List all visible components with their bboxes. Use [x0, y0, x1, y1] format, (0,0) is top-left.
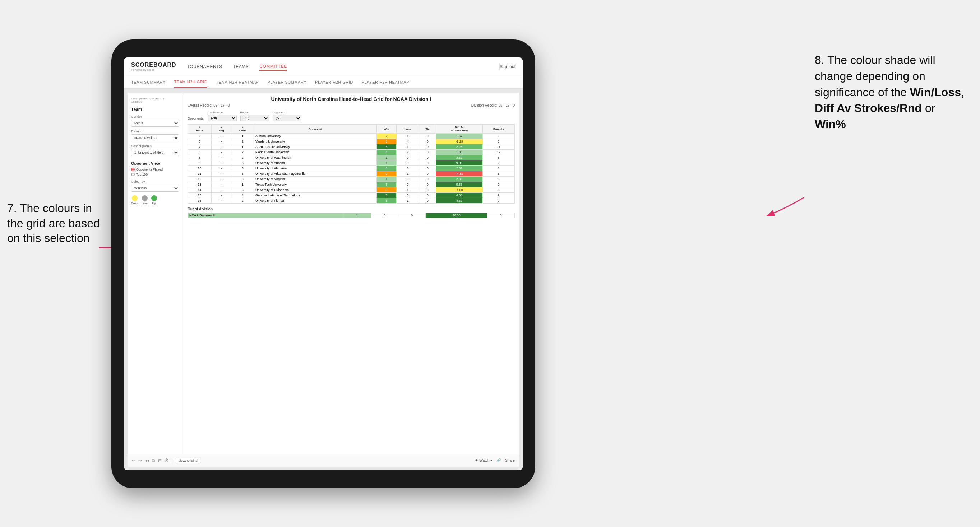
cell-rounds: 12	[482, 150, 514, 155]
cell-conf: 1	[231, 133, 254, 139]
cell-rounds: 9	[482, 182, 514, 187]
division-select[interactable]: NCAA Division I	[131, 134, 179, 141]
content-card: Last Updated: 27/03/2024 16:55:38 Team G…	[127, 93, 519, 467]
subnav-team-summary[interactable]: TEAM SUMMARY	[131, 77, 165, 87]
grid-area: University of North Carolina Head-to-Hea…	[183, 93, 519, 454]
cell-rank: 4	[188, 144, 212, 150]
opponent-filter-select[interactable]: (All)	[273, 115, 301, 121]
clock-icon[interactable]: ⏱	[164, 458, 169, 463]
cell-tie: 0	[419, 171, 436, 177]
view-original-button[interactable]: View: Original	[175, 458, 201, 464]
subnav-player-h2h-heatmap[interactable]: PLAYER H2H HEATMAP	[362, 77, 409, 87]
cell-reg: -	[211, 187, 231, 193]
sub-nav: TEAM SUMMARY TEAM H2H GRID TEAM H2H HEAT…	[124, 76, 523, 89]
cell-loss: 1	[396, 187, 419, 193]
table-row: 15 - 4 Georgia Institute of Technology 5…	[188, 193, 515, 198]
col-rounds: Rounds	[482, 125, 514, 133]
cell-conf: 1	[231, 182, 254, 187]
subnav-player-h2h-grid[interactable]: PLAYER H2H GRID	[315, 77, 353, 87]
division-record: Division Record: 88 - 17 - 0	[471, 103, 515, 107]
cell-conf: 2	[231, 150, 254, 155]
cell-loss: 1	[396, 133, 419, 139]
cell-win: 4	[377, 150, 396, 155]
cell-rank: 12	[188, 177, 212, 182]
cell-win: 5	[377, 144, 396, 150]
cell-rank: 2	[188, 133, 212, 139]
cell-rank: 16	[188, 198, 212, 203]
nav-committee[interactable]: COMMITTEE	[259, 62, 287, 71]
col-loss: Loss	[396, 125, 419, 133]
out-of-division-section: Out of division NCAA Division II 1 0 0 2…	[188, 207, 515, 218]
cell-loss: 1	[396, 171, 419, 177]
cell-rank: 10	[188, 166, 212, 171]
cell-opponent: University of Arizona	[254, 160, 377, 166]
ood-rounds: 3	[487, 213, 514, 218]
nav-teams[interactable]: TEAMS	[233, 63, 249, 71]
logo-text: SCOREBOARD	[131, 62, 177, 68]
cell-reg: -	[211, 139, 231, 144]
radio-opponents-played[interactable]: Opponents Played	[131, 168, 179, 171]
ood-tie: 0	[398, 213, 425, 218]
legend-up: Up	[151, 195, 157, 205]
more-icon[interactable]: ⊞	[158, 458, 162, 463]
cell-win: 3	[377, 182, 396, 187]
table-row: 16 - 2 University of Florida 3 1 0 4.67 …	[188, 198, 515, 203]
left-panel: Last Updated: 27/03/2024 16:55:38 Team G…	[127, 93, 183, 454]
cell-tie: 0	[419, 155, 436, 160]
school-select[interactable]: 1. University of Nort...	[131, 149, 179, 156]
cell-loss: 0	[396, 155, 419, 160]
division-label: Division	[131, 130, 179, 133]
cell-tie: 0	[419, 133, 436, 139]
colour-by-select[interactable]: Win/loss	[131, 184, 179, 192]
table-row: 2 - 1 Auburn University 2 1 0 1.67 9	[188, 133, 515, 139]
cell-tie: 0	[419, 160, 436, 166]
conference-filter-select[interactable]: (All)	[208, 115, 237, 121]
annotation-right: 8. The colour shade will change dependin…	[815, 52, 966, 132]
gender-select[interactable]: Men's	[131, 119, 179, 127]
cell-diff: 9.00	[436, 160, 482, 166]
cell-win: 1	[377, 160, 396, 166]
grid-records: Overall Record: 89 - 17 - 0 Division Rec…	[188, 103, 515, 107]
ood-label: Out of division	[188, 207, 515, 211]
subnav-team-h2h-grid[interactable]: TEAM H2H GRID	[174, 77, 208, 87]
watch-button[interactable]: 👁 Watch ▾	[475, 459, 493, 462]
share-icon[interactable]: 🔗	[496, 459, 501, 462]
cell-loss: 2	[396, 150, 419, 155]
cell-conf: 3	[231, 177, 254, 182]
cell-opponent: Auburn University	[254, 133, 377, 139]
cell-reg: -	[211, 133, 231, 139]
sign-out-button[interactable]: Sign out	[500, 64, 515, 69]
radio-top100[interactable]: Top 100	[131, 173, 179, 176]
cell-reg: -	[211, 198, 231, 203]
redo-icon[interactable]: ↪	[138, 458, 142, 463]
gender-label: Gender	[131, 115, 179, 119]
filter-conference: Conference (All)	[208, 111, 237, 121]
legend-row: Down Level Up	[131, 195, 179, 205]
region-filter-select[interactable]: (All)	[240, 115, 269, 121]
nav-tournaments[interactable]: TOURNAMENTS	[187, 63, 223, 71]
table-row: 12 - 3 University of Virginia 1 0 0 2.33…	[188, 177, 515, 182]
toolbar-actions: 👁 Watch ▾ 🔗 Share	[475, 459, 515, 462]
app-header: SCOREBOARD Powered by clippd TOURNAMENTS…	[124, 57, 523, 76]
cell-win: 1	[377, 155, 396, 160]
main-content: Last Updated: 27/03/2024 16:55:38 Team G…	[124, 89, 523, 470]
share-button[interactable]: Share	[505, 459, 515, 462]
cell-opponent: Vanderbilt University	[254, 139, 377, 144]
cell-reg: -	[211, 155, 231, 160]
col-tie: Tie	[419, 125, 436, 133]
filter-opponent: Opponent (All)	[273, 111, 301, 121]
cell-opponent: Georgia Institute of Technology	[254, 193, 377, 198]
subnav-team-h2h-heatmap[interactable]: TEAM H2H HEATMAP	[216, 77, 259, 87]
filter-region: Region (All)	[240, 111, 269, 121]
table-header-row: #Rank #Reg #Conf Opponent Win Loss Tie D…	[188, 125, 515, 133]
arrow-right-indicator	[764, 194, 808, 222]
undo-icon[interactable]: ↩	[132, 458, 135, 463]
cell-loss: 0	[396, 182, 419, 187]
table-row: 11 - 6 University of Arkansas, Fayettevi…	[188, 171, 515, 177]
cell-win: 3	[377, 198, 396, 203]
cell-win: 0	[377, 187, 396, 193]
cell-rounds: 3	[482, 187, 514, 193]
copy-icon[interactable]: ⧉	[152, 458, 155, 463]
subnav-player-summary[interactable]: PLAYER SUMMARY	[267, 77, 306, 87]
step-back-icon[interactable]: ⏮	[145, 458, 149, 463]
